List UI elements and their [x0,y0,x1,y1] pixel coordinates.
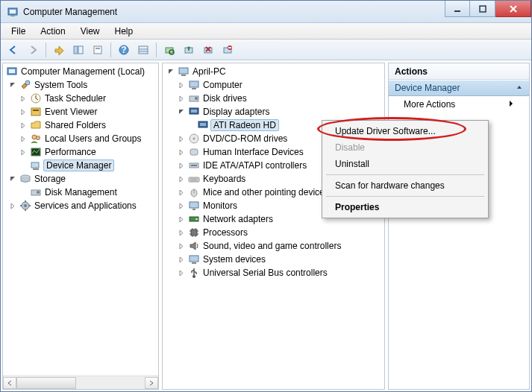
console-tree[interactable]: Computer Management (Local) System Tools… [3,63,158,376]
properties-button[interactable] [90,42,106,58]
tree-label: ATI Radeon HD [210,119,279,131]
device-sound[interactable]: Sound, video and game controllers [163,239,384,253]
scroll-thumb[interactable] [16,377,76,389]
forward-button[interactable] [25,42,41,58]
device-computer[interactable]: Computer [163,78,384,92]
tree-label: Local Users and Groups [43,133,143,144]
svg-rect-20 [228,47,231,48]
actions-section[interactable]: Device Manager [389,80,529,96]
expand-icon[interactable] [176,176,187,183]
event-viewer-icon [30,106,42,118]
expand-icon[interactable] [176,95,187,102]
tree-disk-management[interactable]: Disk Management [3,186,158,199]
collapse-icon[interactable] [7,176,18,183]
context-scan-hardware[interactable]: Scan for hardware changes [325,177,486,194]
expand-icon[interactable] [176,82,187,89]
menu-file[interactable]: File [5,25,31,38]
tree-label: Processors [201,227,249,238]
device-tree[interactable]: April-PC Computer Disk drives Display ad… [163,63,384,389]
tree-event-viewer[interactable]: Event Viewer [3,105,158,118]
uninstall-device-button[interactable] [200,42,216,58]
svg-rect-39 [190,81,198,87]
expand-icon[interactable] [18,109,28,116]
collapse-icon[interactable] [166,69,176,75]
expand-icon[interactable] [176,256,187,263]
tree-shared-folders[interactable]: Shared Folders [3,118,158,132]
actions-more[interactable]: More Actions [389,96,529,113]
tree-root[interactable]: Computer Management (Local) [3,65,158,78]
tree-label: Device Manager [43,159,114,171]
svg-rect-62 [190,256,198,262]
tree-local-users[interactable]: Local Users and Groups [3,132,158,145]
expand-icon[interactable] [176,243,187,250]
expand-icon[interactable] [176,270,187,276]
svg-point-23 [25,80,30,85]
collapse-icon[interactable] [176,109,187,116]
back-button[interactable] [5,42,22,58]
view-mode-button[interactable] [135,42,151,58]
device-system-devices[interactable]: System devices [163,253,384,266]
tree-performance[interactable]: Performance [3,145,158,159]
svg-rect-38 [181,75,186,76]
svg-rect-37 [179,68,188,74]
tree-label: Mice and other pointing devices [201,187,331,197]
minimize-button[interactable] [445,1,470,17]
context-uninstall[interactable]: Uninstall [325,156,486,172]
tree-label: Display adapters [201,107,271,117]
menu-view[interactable]: View [75,25,106,38]
expand-icon[interactable] [18,149,28,156]
expand-icon[interactable] [176,189,187,196]
storage-icon [19,173,31,185]
context-update-driver[interactable]: Update Driver Software... [325,123,486,139]
device-processors[interactable]: Processors [163,226,384,239]
close-button[interactable] [495,1,531,17]
device-display-adapters[interactable]: Display adapters [163,105,384,118]
maximize-button[interactable] [470,1,495,17]
tree-storage[interactable]: Storage [3,172,158,186]
expand-icon[interactable] [176,162,187,169]
device-disk-drives[interactable]: Disk drives [163,92,384,105]
menu-action[interactable]: Action [34,25,71,38]
actions-section-label: Device Manager [395,83,460,93]
device-usb[interactable]: Universal Serial Bus controllers [163,266,384,279]
scroll-left-button[interactable] [3,377,16,389]
svg-text:?: ? [121,45,126,55]
show-hide-tree-button[interactable] [70,42,87,58]
users-icon [30,133,42,145]
svg-rect-4 [480,6,486,12]
tree-services[interactable]: Services and Applications [3,199,158,212]
tree-label: Event Viewer [43,107,98,117]
expand-icon[interactable] [7,203,18,209]
up-button[interactable] [51,42,67,58]
update-driver-button[interactable] [181,42,197,58]
svg-point-64 [193,275,195,278]
tree-label: System devices [201,254,267,265]
scroll-track[interactable] [16,377,145,389]
menu-help[interactable]: Help [109,25,140,38]
tree-task-scheduler[interactable]: Task Scheduler [3,92,158,105]
device-root[interactable]: April-PC [163,65,384,78]
expand-icon[interactable] [176,136,187,142]
tree-label: Universal Serial Bus controllers [201,268,329,278]
shared-folder-icon [30,119,42,131]
expand-icon[interactable] [176,216,187,223]
scan-hardware-button[interactable] [161,42,178,58]
titlebar: Computer Management [1,1,531,23]
expand-icon[interactable] [176,203,187,209]
help-button[interactable]: ? [116,42,132,58]
scroll-right-button[interactable] [145,377,158,389]
expand-icon[interactable] [18,122,28,129]
collapse-icon[interactable] [7,82,18,89]
horizontal-scrollbar[interactable] [3,376,158,389]
context-properties[interactable]: Properties [325,199,486,215]
tree-system-tools[interactable]: System Tools [3,78,158,92]
expand-icon[interactable] [18,136,28,142]
expand-icon[interactable] [176,149,187,156]
expand-icon[interactable] [18,95,28,102]
disable-device-button[interactable] [219,42,236,58]
context-disable[interactable]: Disable [325,139,486,156]
tree-device-manager[interactable]: Device Manager [3,159,158,172]
tree-label: April-PC [191,66,228,77]
menu-separator [326,196,484,197]
expand-icon[interactable] [176,230,187,236]
